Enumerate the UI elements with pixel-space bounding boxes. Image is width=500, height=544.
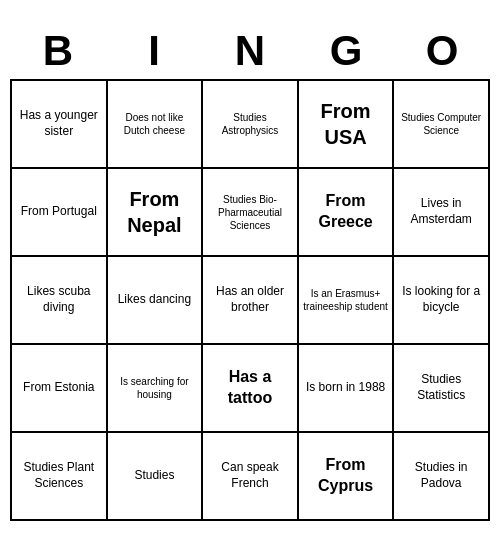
bingo-title: B I N G O: [10, 23, 490, 79]
cell-4: Studies Computer Science: [394, 81, 490, 169]
cell-24: Studies in Padova: [394, 433, 490, 521]
cell-12: Has an older brother: [203, 257, 299, 345]
cell-19: Studies Statistics: [394, 345, 490, 433]
cell-23: From Cyprus: [299, 433, 395, 521]
title-g: G: [306, 27, 386, 75]
bingo-grid: Has a younger sister Does not like Dutch…: [10, 79, 490, 521]
cell-2: Studies Astrophysics: [203, 81, 299, 169]
cell-3: From USA: [299, 81, 395, 169]
cell-10: Likes scuba diving: [12, 257, 108, 345]
cell-9: Lives in Amsterdam: [394, 169, 490, 257]
cell-18: Is born in 1988: [299, 345, 395, 433]
cell-20: Studies Plant Sciences: [12, 433, 108, 521]
cell-13: Is an Erasmus+ traineeship student: [299, 257, 395, 345]
cell-17: Has a tattoo: [203, 345, 299, 433]
title-b: B: [18, 27, 98, 75]
cell-15: From Estonia: [12, 345, 108, 433]
bingo-card: B I N G O Has a younger sister Does not …: [10, 23, 490, 521]
title-n: N: [210, 27, 290, 75]
cell-5: From Portugal: [12, 169, 108, 257]
cell-0: Has a younger sister: [12, 81, 108, 169]
cell-21: Studies: [108, 433, 204, 521]
cell-22: Can speak French: [203, 433, 299, 521]
cell-6: From Nepal: [108, 169, 204, 257]
cell-14: Is looking for a bicycle: [394, 257, 490, 345]
cell-16: Is searching for housing: [108, 345, 204, 433]
title-i: I: [114, 27, 194, 75]
cell-8: From Greece: [299, 169, 395, 257]
title-o: O: [402, 27, 482, 75]
cell-7: Studies Bio-Pharmaceutial Sciences: [203, 169, 299, 257]
cell-1: Does not like Dutch cheese: [108, 81, 204, 169]
cell-11: Likes dancing: [108, 257, 204, 345]
